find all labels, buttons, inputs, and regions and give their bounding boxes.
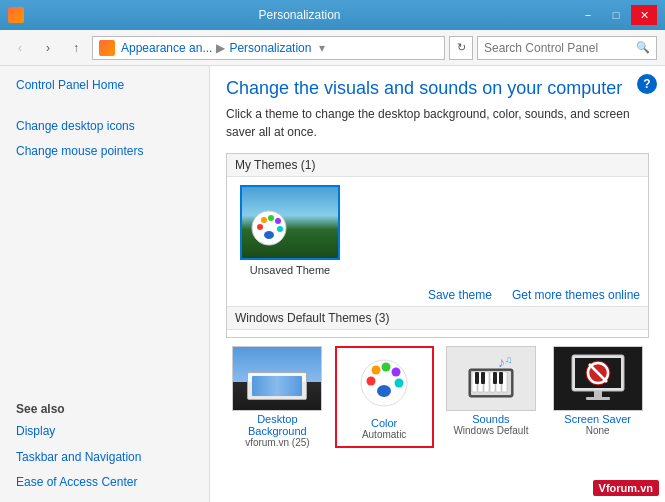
desktop-bg-label[interactable]: DesktopBackground [248, 413, 307, 437]
svg-point-10 [372, 365, 381, 374]
forward-button[interactable]: › [36, 36, 60, 60]
minimize-button[interactable]: − [575, 5, 601, 25]
back-button[interactable]: ‹ [8, 36, 32, 60]
maximize-button[interactable]: □ [603, 5, 629, 25]
title-bar: Personalization − □ ✕ [0, 0, 665, 30]
windows-default-label: Windows Default Themes (3) [227, 306, 648, 330]
bottom-row: DesktopBackground vforum.vn (25) [226, 346, 649, 448]
svg-point-1 [264, 231, 274, 239]
sounds-item[interactable]: ♪ ♫ Sounds Windows Default [442, 346, 541, 448]
screensaver-item[interactable]: Screen Saver None [548, 346, 647, 448]
screensaver-label[interactable]: Screen Saver [564, 413, 631, 425]
address-separator: ▶ [216, 41, 225, 55]
svg-rect-24 [493, 372, 497, 384]
theme-grid: My Themes (1) [226, 153, 649, 338]
sidebar-icons-link[interactable]: Change desktop icons [16, 117, 193, 136]
svg-point-5 [275, 218, 281, 224]
sidebar-taskbar-link[interactable]: Taskbar and Navigation [16, 448, 193, 467]
svg-point-11 [382, 362, 391, 371]
search-icon[interactable]: 🔍 [636, 41, 650, 54]
svg-point-4 [268, 215, 274, 221]
svg-point-12 [392, 367, 401, 376]
refresh-button[interactable]: ↻ [449, 36, 473, 60]
svg-point-9 [367, 376, 376, 385]
svg-point-13 [395, 378, 404, 387]
unsaved-theme-item[interactable]: Unsaved Theme [235, 185, 345, 276]
sidebar-ease-link[interactable]: Ease of Access Center [16, 473, 193, 492]
help-button[interactable]: ? [637, 74, 657, 94]
svg-rect-25 [499, 372, 503, 384]
search-box: 🔍 [477, 36, 657, 60]
theme-thumbnail [240, 185, 340, 260]
search-input[interactable] [484, 41, 636, 55]
svg-rect-23 [481, 372, 485, 384]
desktop-background-item[interactable]: DesktopBackground vforum.vn (25) [228, 346, 327, 448]
svg-text:♫: ♫ [505, 355, 513, 365]
sounds-thumb: ♪ ♫ [446, 346, 536, 411]
screensaver-thumb [553, 346, 643, 411]
color-thumb [339, 350, 429, 415]
window-title: Personalization [24, 8, 575, 22]
sidebar-display-link[interactable]: Display [16, 422, 193, 441]
svg-rect-34 [586, 397, 610, 400]
address-bar: Appearance an... ▶ Personalization ▾ [92, 36, 445, 60]
my-themes-label: My Themes (1) [227, 154, 648, 177]
screensaver-icon [568, 351, 628, 406]
watermark: Vforum.vn [593, 480, 659, 496]
address-part1[interactable]: Appearance an... [121, 41, 212, 55]
palette-icon [250, 209, 288, 247]
main-content: Control Panel Home Change desktop icons … [0, 66, 665, 502]
desktop-bg-sublabel: vforum.vn (25) [245, 437, 309, 448]
sounds-sublabel: Windows Default [453, 425, 528, 436]
svg-rect-22 [475, 372, 479, 384]
app-icon [8, 7, 24, 23]
svg-point-6 [277, 226, 283, 232]
theme-item-name: Unsaved Theme [250, 264, 331, 276]
sidebar: Control Panel Home Change desktop icons … [0, 66, 210, 502]
theme-items: Unsaved Theme [227, 177, 648, 284]
screensaver-sublabel: None [586, 425, 610, 436]
svg-rect-33 [594, 391, 602, 397]
get-more-themes-link[interactable]: Get more themes online [512, 288, 640, 302]
see-also-label: See also [16, 402, 193, 416]
sidebar-pointers-link[interactable]: Change mouse pointers [16, 142, 193, 161]
up-button[interactable]: ↑ [64, 36, 88, 60]
content-area: ? Change the visuals and sounds on your … [210, 66, 665, 502]
sounds-icon: ♪ ♫ [463, 355, 519, 403]
svg-text:♪: ♪ [498, 355, 505, 370]
color-label[interactable]: Color [371, 417, 397, 429]
desktop-bg-thumb [232, 346, 322, 411]
theme-actions: Save theme Get more themes online [227, 284, 648, 306]
save-theme-link[interactable]: Save theme [428, 288, 492, 302]
close-button[interactable]: ✕ [631, 5, 657, 25]
color-palette-icon [358, 357, 410, 409]
content-title: Change the visuals and sounds on your co… [226, 78, 649, 99]
sounds-label[interactable]: Sounds [472, 413, 509, 425]
sidebar-home-link[interactable]: Control Panel Home [16, 76, 193, 95]
svg-point-8 [377, 385, 391, 397]
navigation-bar: ‹ › ↑ Appearance an... ▶ Personalization… [0, 30, 665, 66]
svg-point-2 [257, 224, 263, 230]
address-dropdown-icon[interactable]: ▾ [319, 41, 325, 55]
address-part2[interactable]: Personalization [229, 41, 311, 55]
color-sublabel: Automatic [362, 429, 406, 440]
svg-point-3 [261, 217, 267, 223]
color-item[interactable]: Color Automatic [335, 346, 434, 448]
content-description: Click a theme to change the desktop back… [226, 105, 649, 141]
